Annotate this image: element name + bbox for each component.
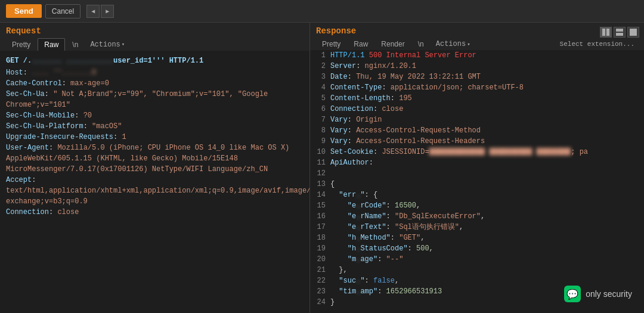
resp-line-14: 14 "err.": { — [310, 190, 644, 200]
tab-request-n[interactable]: \n — [66, 39, 84, 51]
resp-line-7: 7 Vary: Origin — [310, 114, 644, 125]
header-sec-mobile: Sec-Ch-Ua-Mobile: ?0 — [6, 110, 304, 121]
svg-rect-0 — [602, 29, 605, 36]
svg-rect-3 — [616, 33, 623, 36]
toolbar: Send Cancel ◀ ▶ — [0, 0, 644, 23]
tab-response-render[interactable]: Render — [375, 38, 410, 50]
header-cache: Cache-Control: max-age=0 — [6, 78, 304, 89]
tab-request-raw[interactable]: Raw — [38, 38, 65, 51]
resp-line-15: 15 "e.rCode": 16500, — [310, 200, 644, 211]
watermark-text: only security — [586, 289, 632, 299]
prev-button[interactable]: ◀ — [86, 5, 100, 18]
resp-line-17: 17 "e.rText": "Sql语句执行错误", — [310, 222, 644, 233]
tab-request-actions[interactable]: Actions ▾ — [85, 39, 129, 51]
select-extension-button[interactable]: Select extension... — [556, 39, 638, 49]
tab-response-raw[interactable]: Raw — [348, 38, 374, 50]
watermark: 💬 only security — [564, 286, 632, 302]
resp-line-6: 6 Connection: close — [310, 104, 644, 114]
tab-response-n[interactable]: \n — [412, 38, 430, 50]
resp-line-21: 21 }, — [310, 265, 644, 275]
resp-line-11: 11 ApiAuthor: — [310, 157, 644, 168]
response-actions-chevron-icon: ▾ — [467, 41, 470, 48]
response-title: Response — [316, 26, 638, 36]
resp-line-18: 18 "h.Method": "GET", — [310, 233, 644, 243]
request-tab-bar: Pretty Raw \n Actions ▾ — [6, 38, 304, 51]
layout-icons — [600, 27, 639, 38]
layout-horizontal-icon[interactable] — [614, 27, 626, 38]
header-connection: Connection: close — [6, 207, 304, 218]
header-host: Host: .... ''.......0 — [6, 67, 304, 78]
resp-line-1: 1 HTTP/1.1 500 Internal Server Error — [310, 50, 644, 61]
resp-line-2: 2 Server: nginx/1.20.1 — [310, 61, 644, 72]
tab-request-pretty[interactable]: Pretty — [6, 39, 36, 51]
actions-label: Actions — [90, 41, 120, 49]
next-button[interactable]: ▶ — [101, 5, 114, 18]
wechat-icon: 💬 — [564, 286, 581, 302]
header-sec-platform: Sec-Ch-Ua-Platform: "macOS" — [6, 121, 304, 132]
tab-response-pretty[interactable]: Pretty — [316, 38, 346, 50]
response-content[interactable]: 1 HTTP/1.1 500 Internal Server Error 2 S… — [310, 50, 644, 313]
header-upgrade: Upgrade-Insecure-Requests: 1 — [6, 132, 304, 142]
request-line: GET /........ ...........user_id=1''' HT… — [6, 55, 304, 66]
svg-rect-4 — [630, 29, 637, 36]
resp-line-8: 8 Vary: Access-Control-Request-Method — [310, 125, 644, 136]
resp-line-4: 4 Content-Type: application/json; charse… — [310, 82, 644, 93]
resp-line-13: 13 { — [310, 179, 644, 190]
request-header: Request Pretty Raw \n Actions ▾ — [0, 23, 309, 51]
resp-line-9: 9 Vary: Access-Control-Request-Headers — [310, 136, 644, 147]
cancel-button[interactable]: Cancel — [45, 4, 80, 18]
svg-rect-2 — [616, 29, 623, 32]
resp-line-19: 19 "h.StatusCode": 500, — [310, 243, 644, 254]
actions-chevron-icon: ▾ — [122, 41, 125, 48]
header-sec-ch-ua: Sec-Ch-Ua: " Not A;Brand";v="99", "Chrom… — [6, 89, 304, 110]
resp-line-22: 22 "suc.": false, — [310, 275, 644, 286]
layout-single-icon[interactable] — [627, 27, 639, 38]
nav-arrows: ◀ ▶ — [86, 5, 114, 18]
request-title: Request — [6, 26, 304, 36]
layout-split-icon[interactable] — [600, 27, 612, 38]
request-panel: Request Pretty Raw \n Actions ▾ GET /...… — [0, 23, 310, 313]
response-tab-bar: Pretty Raw Render \n Actions ▾ Select ex… — [316, 38, 638, 50]
request-content[interactable]: GET /........ ...........user_id=1''' HT… — [0, 51, 309, 313]
response-actions-label: Actions — [436, 40, 466, 48]
resp-line-5: 5 Content-Length: 195 — [310, 93, 644, 104]
header-user-agent: User-Agent: Mozilla/5.0 (iPhone; CPU iPh… — [6, 142, 304, 175]
header-accept: Accept: text/html,application/xhtml+xml,… — [6, 175, 304, 207]
resp-line-10: 10 Set-Cookie: JSESSIONID=█████████████ … — [310, 147, 644, 157]
svg-rect-1 — [606, 29, 609, 36]
response-header: Response Pretty Raw Render \n Actions ▾ … — [310, 23, 644, 50]
send-button[interactable]: Send — [6, 4, 42, 18]
resp-line-3: 3 Date: Thu, 19 May 2022 13:22:11 GMT — [310, 72, 644, 82]
main-container: Request Pretty Raw \n Actions ▾ GET /...… — [0, 23, 644, 313]
resp-line-16: 16 "e.rName": "Db_SqlExecuteError", — [310, 211, 644, 222]
response-panel: Response Pretty Raw Render \n Actions ▾ … — [310, 23, 644, 313]
resp-line-20: 20 "m.age": "--" — [310, 254, 644, 265]
resp-line-12: 12 — [310, 168, 644, 179]
response-lines: 1 HTTP/1.1 500 Internal Server Error 2 S… — [310, 50, 644, 308]
tab-response-actions[interactable]: Actions ▾ — [431, 38, 475, 50]
